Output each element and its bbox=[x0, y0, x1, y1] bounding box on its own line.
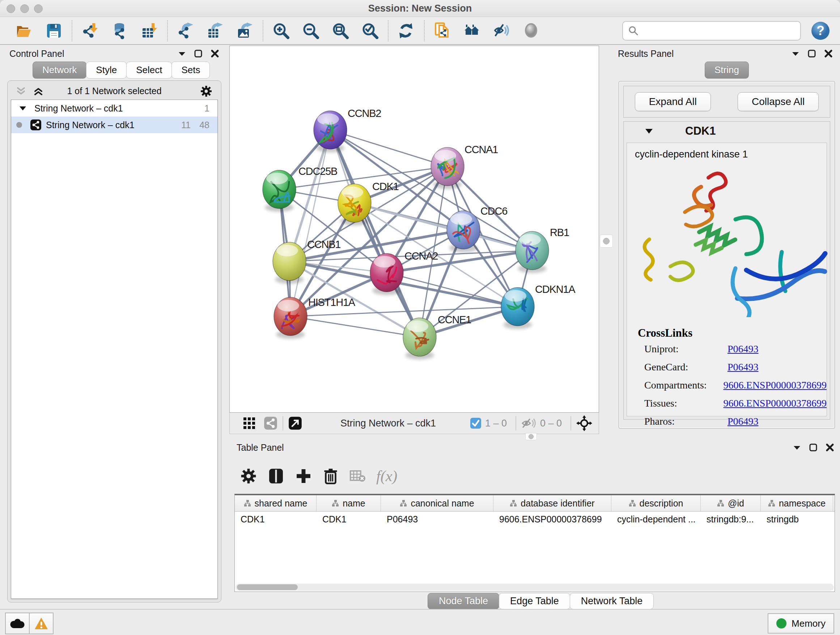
close-panel-icon[interactable] bbox=[826, 443, 834, 452]
table-cell[interactable]: CDK1 bbox=[235, 511, 317, 527]
collection-label: String Network – cdk1 bbox=[34, 103, 123, 114]
table-cell[interactable]: stringdb bbox=[761, 511, 833, 527]
network-options-gear-icon[interactable] bbox=[200, 85, 212, 97]
edge-CCNB2-HIST1H1A[interactable] bbox=[291, 130, 330, 317]
grid-view-icon[interactable] bbox=[243, 417, 256, 430]
zoom-in-button[interactable] bbox=[266, 19, 296, 42]
memory-button[interactable]: Memory bbox=[767, 613, 834, 633]
column-header-namespace[interactable]: namespace bbox=[761, 495, 833, 511]
attribute-icon bbox=[768, 500, 775, 507]
toolbar-separator bbox=[424, 20, 425, 41]
table-horizontal-scrollbar[interactable] bbox=[235, 584, 834, 591]
open-file-button[interactable] bbox=[9, 19, 39, 42]
search-input[interactable] bbox=[643, 25, 795, 36]
node-count: 11 bbox=[181, 120, 191, 130]
zoom-fit-button[interactable] bbox=[325, 19, 355, 42]
node-RB1[interactable]: RB1 bbox=[515, 226, 569, 273]
hide-show-button[interactable] bbox=[487, 19, 516, 42]
scrollbar-thumb[interactable] bbox=[237, 584, 298, 590]
help-button[interactable]: ? bbox=[810, 21, 831, 41]
section-title: CDK1 bbox=[685, 125, 715, 138]
float-panel-icon[interactable] bbox=[807, 49, 816, 58]
selected-checkbox-icon[interactable] bbox=[470, 417, 482, 429]
collapse-all-button[interactable]: Collapse All bbox=[737, 92, 819, 111]
home-view-button[interactable] bbox=[457, 19, 487, 42]
table-cell[interactable]: cyclin-dependent ... bbox=[611, 511, 701, 527]
duplicate-network-button[interactable] bbox=[428, 19, 457, 42]
export-image-button[interactable] bbox=[230, 19, 260, 42]
tab-select[interactable]: Select bbox=[126, 62, 172, 79]
column-header-shared-name[interactable]: shared name bbox=[235, 495, 317, 511]
panel-menu-icon[interactable] bbox=[791, 51, 799, 56]
column-header-description[interactable]: description bbox=[611, 495, 701, 511]
tab-network-table[interactable]: Network Table bbox=[570, 593, 654, 609]
zoom-selected-button[interactable] bbox=[355, 19, 385, 42]
delete-column-trash-icon[interactable] bbox=[323, 468, 339, 485]
create-column-plus-icon[interactable] bbox=[295, 468, 312, 485]
expand-all-button[interactable]: Expand All bbox=[635, 92, 711, 111]
crosslink-link[interactable]: P06493 bbox=[728, 361, 759, 373]
network-row-selected[interactable]: String Network – cdk1 11 48 bbox=[11, 117, 218, 133]
float-panel-icon[interactable] bbox=[194, 49, 202, 58]
vertical-splitter[interactable] bbox=[599, 46, 615, 434]
tab-style[interactable]: Style bbox=[86, 62, 126, 79]
splitter-grip[interactable] bbox=[600, 234, 613, 248]
float-panel-icon[interactable] bbox=[809, 443, 818, 452]
cytoscape-window: Session: New Session ? Control Panel bbox=[0, 0, 840, 635]
table-cell[interactable]: P06493 bbox=[381, 511, 493, 527]
cloud-button[interactable] bbox=[5, 613, 30, 634]
horizontal-splitter-grip[interactable] bbox=[525, 433, 537, 440]
column-header-canonical-name[interactable]: canonical name bbox=[381, 495, 493, 511]
node-CDKN1A[interactable]: CDKN1A bbox=[501, 283, 576, 329]
crosslink-link[interactable]: P06493 bbox=[728, 343, 759, 355]
current-network-name: String Network – cdk1 bbox=[340, 418, 436, 429]
tab-string[interactable]: String bbox=[705, 62, 749, 79]
import-network-from-file-button[interactable] bbox=[75, 19, 105, 42]
tab-node-table[interactable]: Node Table bbox=[428, 593, 499, 609]
zoom-out-button[interactable] bbox=[296, 19, 325, 42]
refresh-network-button[interactable] bbox=[392, 19, 421, 42]
collapse-caret-icon[interactable] bbox=[19, 106, 27, 111]
tab-edge-table[interactable]: Edge Table bbox=[499, 593, 570, 609]
section-caret-icon[interactable] bbox=[645, 128, 653, 134]
node-label-CCNB1: CCNB1 bbox=[307, 239, 340, 250]
close-panel-icon[interactable] bbox=[824, 49, 833, 58]
panel-menu-icon[interactable] bbox=[178, 51, 186, 56]
network-view-share-icon[interactable] bbox=[264, 416, 278, 430]
tab-network[interactable]: Network bbox=[33, 62, 87, 79]
edge-CCNB2-CCNA1[interactable] bbox=[330, 130, 447, 166]
column-header-@id[interactable]: @id bbox=[701, 495, 761, 511]
node-CCNB2[interactable]: CCNB2 bbox=[314, 108, 381, 152]
export-table-button[interactable] bbox=[201, 19, 230, 42]
crosslink-link[interactable]: P06493 bbox=[728, 416, 759, 427]
show-columns-icon[interactable] bbox=[268, 468, 284, 485]
node-HIST1H1A[interactable]: HIST1H1A bbox=[274, 296, 355, 339]
close-panel-icon[interactable] bbox=[210, 49, 219, 58]
node-CDC6[interactable]: CDC6 bbox=[447, 205, 507, 252]
column-header-database-identifier[interactable]: database identifier bbox=[493, 495, 611, 511]
crosslink-link[interactable]: 9606.ENSP00000378699 bbox=[723, 397, 827, 409]
tab-sets[interactable]: Sets bbox=[172, 62, 210, 79]
import-network-from-database-icon bbox=[111, 22, 128, 39]
table-settings-gear-icon[interactable] bbox=[240, 468, 257, 485]
table-row[interactable]: CDK1CDK1P064939606.ENSP00000378699cyclin… bbox=[235, 511, 835, 527]
column-header-name[interactable]: name bbox=[317, 495, 381, 511]
table-cell[interactable]: CDK1 bbox=[317, 511, 381, 527]
table-cell[interactable]: stringdb:9... bbox=[701, 511, 761, 527]
warnings-button[interactable] bbox=[29, 613, 54, 634]
save-session-button[interactable] bbox=[39, 19, 69, 42]
network-collection-row[interactable]: String Network – cdk1 1 bbox=[11, 100, 218, 117]
search-box[interactable] bbox=[622, 21, 801, 41]
export-network-button[interactable] bbox=[171, 19, 201, 42]
crosslink-link[interactable]: 9606.ENSP00000378699 bbox=[723, 379, 827, 391]
panel-menu-icon[interactable] bbox=[793, 445, 801, 450]
import-network-from-database-button[interactable] bbox=[105, 19, 134, 42]
network-canvas[interactable]: CCNB2 CCNA1 CDC25B CDK1 CDC6 RB1 CCNB1 C… bbox=[229, 46, 599, 413]
fit-selected-crosshair-icon[interactable] bbox=[576, 415, 592, 431]
open-in-new-window-icon[interactable] bbox=[288, 416, 302, 430]
open-file-icon bbox=[16, 22, 33, 39]
table-cell[interactable]: 9606.ENSP00000378699 bbox=[493, 511, 611, 527]
import-table-from-file-button[interactable] bbox=[134, 19, 164, 42]
node-CCNE1[interactable]: CCNE1 bbox=[403, 314, 471, 359]
hidden-eye-icon[interactable] bbox=[521, 417, 537, 429]
